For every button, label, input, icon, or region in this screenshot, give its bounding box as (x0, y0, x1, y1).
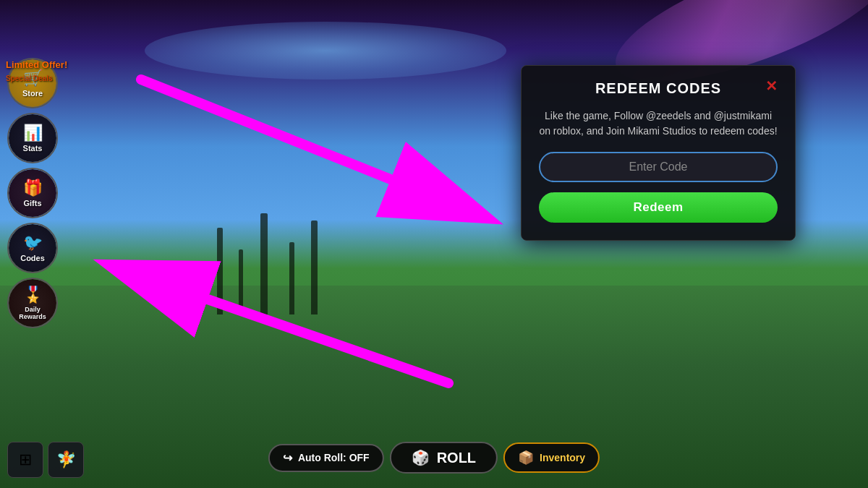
modal-close-button[interactable]: ✕ (765, 79, 778, 93)
tree-silhouette (311, 221, 318, 314)
modal-description: Like the game, Follow @zeedels and @just… (539, 108, 778, 139)
codes-icon: 🐦 (23, 234, 43, 252)
sidebar: 🛒 Store 📊 Stats 🎁 Gifts 🐦 Codes 🎖️ Daily… (7, 58, 58, 328)
daily-icon: 🎖️ (23, 286, 43, 304)
auto-roll-icon: ↪ (283, 451, 292, 465)
modal-title: REDEEM CODES (595, 80, 721, 97)
tree-silhouette (239, 249, 243, 314)
stats-label: Stats (23, 144, 43, 153)
character-icon-button[interactable]: 🧚 (48, 442, 84, 478)
grid-icon: ⊞ (19, 450, 32, 469)
sidebar-btn-daily-rewards[interactable]: 🎖️ DailyRewards (7, 278, 58, 328)
sky-cloud (145, 22, 506, 80)
limited-offer-banner: Limited Offer! Special Deals (6, 58, 67, 84)
inventory-icon: 📦 (518, 450, 534, 466)
sidebar-btn-stats[interactable]: 📊 Stats (7, 113, 58, 163)
code-input-field[interactable] (539, 152, 778, 182)
codes-label: Codes (20, 254, 45, 262)
menu-icon-button[interactable]: ⊞ (7, 442, 43, 478)
character-icon: 🧚 (56, 450, 76, 469)
tree-silhouette (217, 228, 223, 314)
bottom-bar: ↪ Auto Roll: OFF 🎲 ROLL 📦 Inventory (268, 442, 600, 474)
sidebar-btn-codes[interactable]: 🐦 Codes (7, 223, 58, 273)
redeem-button[interactable]: Redeem (539, 192, 778, 223)
sidebar-btn-gifts[interactable]: 🎁 Gifts (7, 168, 58, 218)
gifts-label: Gifts (23, 199, 41, 207)
store-label: Store (22, 89, 43, 98)
tree-silhouette (289, 242, 294, 314)
daily-label: DailyRewards (19, 306, 46, 320)
inventory-button[interactable]: 📦 Inventory (503, 442, 600, 473)
dice-icon: 🎲 (412, 449, 430, 466)
roll-button[interactable]: 🎲 ROLL (390, 442, 498, 474)
roll-label: ROLL (437, 450, 476, 466)
modal-header: REDEEM CODES ✕ (539, 80, 778, 97)
limited-offer-subtitle: Special Deals (6, 74, 52, 82)
auto-roll-button[interactable]: ↪ Auto Roll: OFF (268, 444, 384, 472)
bottom-left-icons: ⊞ 🧚 (7, 442, 84, 478)
gifts-icon: 🎁 (23, 179, 43, 197)
limited-offer-title: Limited Offer! (6, 59, 67, 70)
tree-silhouette (260, 213, 268, 314)
inventory-label: Inventory (540, 452, 585, 463)
stats-icon: 📊 (23, 124, 43, 142)
auto-roll-label: Auto Roll: OFF (298, 452, 370, 463)
redeem-codes-modal: REDEEM CODES ✕ Like the game, Follow @ze… (521, 65, 796, 241)
